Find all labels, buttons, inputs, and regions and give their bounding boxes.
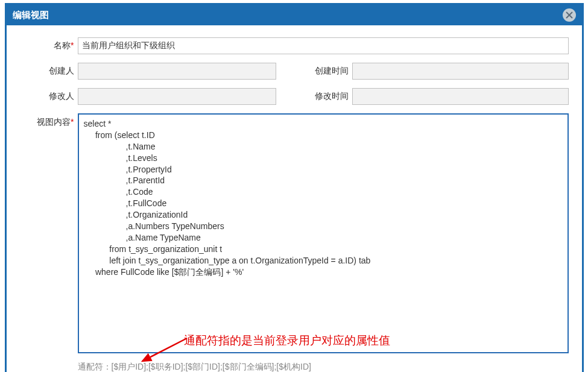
modifier-label: 修改人: [20, 91, 78, 102]
modify-time-label: 修改时间: [294, 91, 352, 102]
dialog-header: 编辑视图: [7, 5, 582, 25]
wildcard-hint: 通配符：[$用户ID];[$职务ID];[$部门ID];[$部门全编码];[$机…: [78, 362, 569, 372]
view-content-textarea[interactable]: select * from (select t.ID ,t.Name ,t.Le…: [78, 113, 569, 353]
create-time-input[interactable]: [352, 63, 569, 80]
creator-input[interactable]: [78, 63, 276, 80]
name-label: 名称*: [20, 40, 78, 51]
modify-time-input[interactable]: [352, 88, 569, 105]
dialog-title: 编辑视图: [13, 10, 49, 21]
close-icon[interactable]: [563, 8, 576, 22]
modifier-input[interactable]: [78, 88, 276, 105]
dialog-body: 名称* 创建人 创建时间 修改人 修改时间: [7, 25, 582, 372]
edit-view-dialog: 编辑视图 名称* 创建人 创建时间: [5, 3, 584, 372]
creator-label: 创建人: [20, 66, 78, 77]
name-input[interactable]: [78, 37, 569, 54]
create-time-label: 创建时间: [294, 66, 352, 77]
content-label: 视图内容*: [20, 113, 78, 128]
